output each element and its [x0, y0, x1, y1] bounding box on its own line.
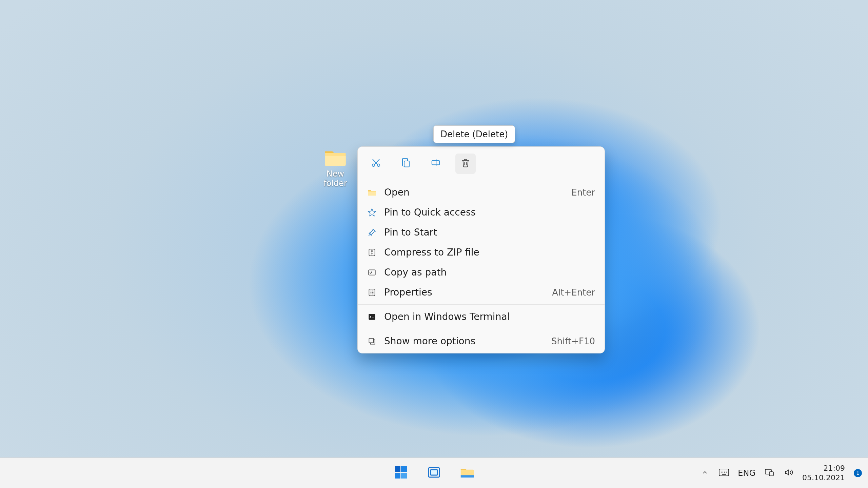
cut-icon	[371, 157, 381, 170]
volume-button[interactable]	[783, 468, 793, 478]
menu-item-label: Compress to ZIP file	[384, 247, 588, 258]
keyboard-icon	[719, 469, 729, 477]
svg-rect-18	[461, 475, 474, 477]
clock-button[interactable]: 21:09 05.10.2021	[802, 464, 845, 482]
menu-item-show-more-options[interactable]: Show more options Shift+F10	[358, 331, 605, 351]
more-options-icon	[367, 337, 377, 346]
svg-rect-4	[432, 161, 440, 165]
menu-item-label: Open	[384, 187, 564, 198]
menu-item-label: Open in Windows Terminal	[384, 311, 588, 322]
menu-item-label: Copy as path	[384, 267, 588, 278]
context-menu: Open Enter Pin to Quick access Pin to St…	[357, 146, 605, 353]
taskbar-center	[393, 465, 475, 481]
task-view-button[interactable]	[426, 465, 442, 481]
svg-rect-13	[395, 473, 400, 479]
pin-icon	[367, 228, 377, 237]
menu-item-label: Pin to Start	[384, 227, 588, 238]
svg-rect-9	[369, 314, 375, 320]
delete-button[interactable]	[455, 154, 476, 174]
desktop[interactable]: New folder Delete (Delete)	[0, 0, 868, 458]
copy-path-icon	[367, 268, 377, 277]
network-button[interactable]	[764, 468, 774, 478]
svg-rect-11	[395, 466, 400, 472]
menu-item-shortcut: Alt+Enter	[552, 287, 595, 298]
language-indicator[interactable]: ENG	[738, 468, 755, 478]
svg-point-1	[372, 164, 375, 167]
tray-overflow-button[interactable]	[700, 468, 710, 478]
star-icon	[367, 208, 377, 217]
menu-item-label: Properties	[384, 287, 545, 298]
task-view-icon	[427, 466, 441, 481]
svg-rect-16	[431, 470, 437, 475]
rename-button[interactable]	[426, 154, 446, 174]
terminal-icon	[367, 312, 377, 322]
menu-item-pin-start[interactable]: Pin to Start	[358, 222, 605, 242]
notification-badge[interactable]: 1	[854, 469, 862, 477]
network-icon	[765, 468, 774, 478]
delete-tooltip: Delete (Delete)	[433, 125, 515, 143]
menu-item-copy-path[interactable]: Copy as path	[358, 262, 605, 282]
folder-icon	[367, 188, 377, 197]
svg-rect-12	[401, 466, 407, 472]
menu-item-pin-quick-access[interactable]: Pin to Quick access	[358, 202, 605, 222]
time-text: 21:09	[802, 464, 845, 473]
copy-button[interactable]	[396, 154, 416, 174]
menu-item-open-terminal[interactable]: Open in Windows Terminal	[358, 307, 605, 327]
menu-item-shortcut: Enter	[571, 187, 595, 198]
menu-item-open[interactable]: Open Enter	[358, 182, 605, 202]
svg-rect-19	[719, 469, 729, 476]
context-menu-action-row	[358, 147, 605, 180]
delete-icon	[460, 157, 471, 170]
input-indicator-button[interactable]	[719, 468, 729, 478]
menu-item-shortcut: Shift+F10	[551, 336, 595, 346]
file-explorer-icon	[460, 466, 475, 480]
file-explorer-button[interactable]	[459, 465, 475, 481]
start-button[interactable]	[393, 465, 409, 481]
zip-icon	[367, 248, 377, 257]
menu-item-label: Show more options	[384, 336, 544, 347]
menu-separator	[358, 329, 605, 329]
date-text: 05.10.2021	[802, 473, 845, 483]
properties-icon	[367, 288, 377, 297]
menu-item-label: Pin to Quick access	[384, 207, 588, 218]
svg-point-2	[377, 164, 380, 167]
menu-separator	[358, 304, 605, 305]
chevron-up-icon	[702, 469, 708, 477]
volume-icon	[784, 468, 793, 478]
cut-button[interactable]	[366, 154, 386, 174]
rename-icon	[431, 157, 441, 170]
system-tray: ENG 21:09 05.10.2021 1	[700, 464, 862, 482]
svg-rect-10	[369, 338, 373, 343]
folder-icon	[323, 148, 347, 166]
menu-item-properties[interactable]: Properties Alt+Enter	[358, 282, 605, 302]
svg-rect-7	[369, 270, 375, 275]
desktop-folder-label: New folder	[317, 169, 354, 188]
desktop-folder[interactable]: New folder	[317, 148, 354, 188]
svg-rect-3	[404, 161, 409, 167]
taskbar: ENG 21:09 05.10.2021 1	[0, 458, 868, 488]
menu-item-compress-zip[interactable]: Compress to ZIP file	[358, 242, 605, 262]
svg-rect-14	[401, 473, 407, 479]
svg-rect-21	[769, 472, 773, 476]
copy-icon	[401, 157, 411, 170]
start-icon	[394, 466, 408, 481]
